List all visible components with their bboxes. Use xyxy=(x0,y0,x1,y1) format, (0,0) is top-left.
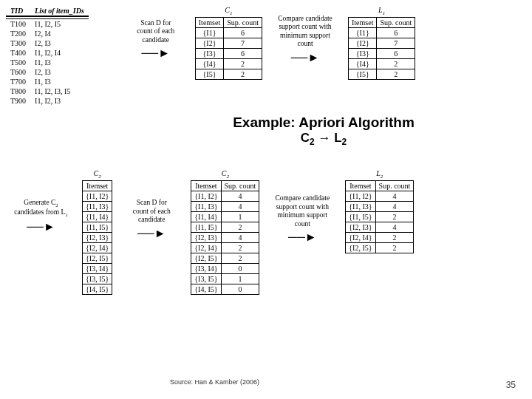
step2: Compare candidate support count with min… xyxy=(268,15,342,64)
arrow-icon: ──► xyxy=(118,226,185,240)
step1: Scan D for count of each candidate ──► xyxy=(123,19,189,60)
C2a-block: C2 Itemset {I1, I2}{I1, I3}{I1, I4}{I1, … xyxy=(82,169,112,295)
arrow-icon: ──► xyxy=(123,46,189,60)
tx-body: T100I1, I2, I5T200I2, I4T300I2, I3T400I1… xyxy=(6,19,89,106)
C2a-table: Itemset {I1, I2}{I1, I3}{I1, I4}{I1, I5}… xyxy=(82,180,112,295)
step3: Scan D for count of each candidate ──► xyxy=(118,199,185,239)
mid-row: Generate C2 candidates from L1 ──► C2 It… xyxy=(6,169,526,295)
step4: Compare candidate support count with min… xyxy=(265,194,339,244)
C1-table: ItemsetSup. count {I1}6{I2}7{I3}6{I4}2{I… xyxy=(195,17,262,80)
top-row: TIDList of item_IDs T100I1, I2, I5T200I2… xyxy=(6,6,526,106)
L1-table: ItemsetSup. count {I1}6{I2}7{I3}6{I4}2{I… xyxy=(348,17,415,80)
page-number: 35 xyxy=(506,380,516,390)
slide-title: Example: Apriori Algorithm C2 → L2 xyxy=(191,115,457,147)
slide-subtitle: C2 → L2 xyxy=(191,131,457,147)
transaction-table: TIDList of item_IDs T100I1, I2, I5T200I2… xyxy=(6,6,89,106)
gen-step: Generate C2 candidates from L1 ──► xyxy=(6,199,76,233)
arrow-icon: ──► xyxy=(265,230,339,244)
L1-block: L1 ItemsetSup. count {I1}6{I2}7{I3}6{I4}… xyxy=(348,6,415,80)
C2b-table: ItemsetSup. count {I1, I2}4{I1, I3}4{I1,… xyxy=(191,180,259,295)
source-citation: Source: Han & Kamber (2006) xyxy=(170,378,259,386)
tx-h1: TID xyxy=(6,6,30,16)
arrow-icon: ──► xyxy=(6,219,76,233)
L2-block: L2 ItemsetSup. count {I1, I2}4{I1, I3}4{… xyxy=(345,169,414,253)
L2-table: ItemsetSup. count {I1, I2}4{I1, I3}4{I1,… xyxy=(345,180,414,253)
C2b-block: C2 ItemsetSup. count {I1, I2}4{I1, I3}4{… xyxy=(191,169,259,295)
C1-block: C1 ItemsetSup. count {I1}6{I2}7{I3}6{I4}… xyxy=(195,6,262,80)
arrow-icon: ──► xyxy=(268,50,342,64)
tx-h2: List of item_IDs xyxy=(30,6,89,16)
